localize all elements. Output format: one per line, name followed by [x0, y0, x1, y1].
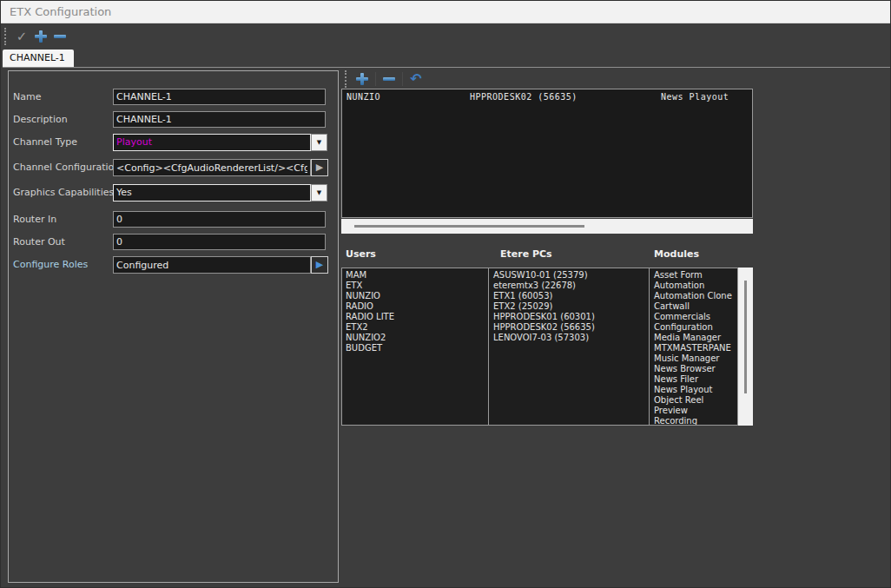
toolbar-separator — [402, 72, 403, 86]
list-item[interactable]: eteremtx3 (22678) — [490, 281, 649, 291]
list-item[interactable]: News Filer — [650, 374, 737, 385]
form-row-name: Name — [9, 89, 338, 107]
title-bar: ETX Configuration — [1, 1, 890, 23]
main-toolbar: ✓ — [1, 23, 890, 50]
vertical-scrollbar[interactable] — [738, 268, 753, 426]
list-item[interactable]: Asset Form — [650, 270, 737, 281]
description-input[interactable] — [113, 111, 326, 128]
check-icon: ✓ — [16, 29, 28, 44]
assignment-add-button[interactable] — [353, 69, 372, 89]
list-item[interactable]: HPPRODESK02 (56635) — [490, 322, 649, 333]
tab-strip: CHANNEL-1 — [1, 50, 890, 67]
tab-channel-1[interactable]: CHANNEL-1 — [3, 50, 74, 67]
add-button[interactable] — [31, 27, 50, 46]
list-item[interactable]: NUNZIO — [342, 291, 488, 301]
plus-icon — [356, 73, 368, 85]
list-item[interactable]: Object Reel — [650, 395, 737, 406]
list-item[interactable]: Automation Clone — [650, 291, 737, 301]
apply-button[interactable]: ✓ — [12, 27, 31, 46]
plus-icon — [35, 30, 47, 43]
app-window: ETX Configuration ✓ CHANNEL-1 Name Descr… — [0, 0, 891, 588]
toolbar-grip-handle[interactable] — [4, 28, 7, 45]
list-item[interactable]: BUDGET — [342, 343, 488, 353]
minus-icon — [54, 35, 66, 38]
router-out-label: Router Out — [13, 236, 65, 248]
router-in-label: Router In — [13, 214, 56, 225]
list-item[interactable]: HPPRODESK01 (60301) — [490, 312, 649, 322]
undo-icon: ↶ — [410, 73, 421, 85]
list-item[interactable]: NUNZIO2 — [342, 333, 488, 343]
channel-configuration-label: Channel Configuration — [13, 162, 120, 173]
remove-button[interactable] — [50, 27, 69, 46]
list-item[interactable]: News Browser — [650, 364, 737, 374]
assignment-module: News Playout — [661, 92, 729, 102]
assignment-user: NUNZIO — [346, 92, 380, 102]
chevron-down-icon: ▼ — [317, 189, 321, 196]
etere-pcs-header: Etere PCs — [500, 248, 552, 260]
tab-page-border — [3, 67, 890, 68]
list-item[interactable]: Automation — [650, 281, 737, 291]
assignment-remove-button[interactable] — [380, 69, 399, 89]
channel-configuration-open-button[interactable]: ▶ — [311, 159, 328, 176]
list-item[interactable]: LENOVOI7-03 (57303) — [490, 333, 649, 343]
list-item[interactable]: Cartwall — [650, 301, 737, 312]
list-item[interactable]: ETX2 — [342, 322, 488, 333]
form-row-channel-configuration: Channel Configuration ▶ — [9, 159, 338, 177]
assignment-row[interactable]: NUNZIO HPPRODESK02 (56635) News Playout — [342, 92, 752, 103]
etere-pcs-list[interactable]: ASUSW10-01 (25379)eteremtx3 (22678)ETX1 … — [490, 268, 650, 425]
horizontal-scrollbar[interactable] — [341, 219, 753, 234]
form-row-configure-roles: Configure Roles ▶ — [9, 256, 338, 274]
channel-type-select[interactable]: Playout — [113, 134, 311, 151]
list-item[interactable]: Media Manager — [650, 333, 737, 343]
router-in-input[interactable] — [113, 211, 326, 228]
arrow-right-icon: ▶ — [316, 162, 323, 173]
toolbar-grip-handle[interactable] — [345, 70, 347, 88]
toolbar-separator — [375, 72, 376, 86]
minus-icon — [383, 77, 395, 81]
list-item[interactable]: RADIO LITE — [342, 312, 488, 322]
selection-lists: MAMETXNUNZIORADIORADIO LITEETX2NUNZIO2BU… — [341, 268, 738, 426]
channel-type-dropdown-button[interactable]: ▼ — [311, 134, 327, 151]
form-row-description: Description — [9, 111, 338, 129]
list-item[interactable]: ASUSW10-01 (25379) — [490, 270, 649, 281]
list-item[interactable]: MTXMASTERPANE — [650, 343, 737, 353]
modules-list[interactable]: Asset FormAutomationAutomation CloneCart… — [650, 268, 737, 425]
list-item[interactable]: ETX — [342, 281, 488, 291]
list-item[interactable]: News Playout — [650, 385, 737, 395]
assignment-undo-button[interactable]: ↶ — [406, 69, 426, 89]
form-row-router-out: Router Out — [9, 234, 338, 252]
configure-roles-open-button[interactable]: ▶ — [311, 256, 328, 274]
list-item[interactable]: ETX2 (25029) — [490, 301, 649, 312]
list-item[interactable]: Configuration — [650, 322, 737, 333]
list-item[interactable]: MAM — [342, 270, 488, 281]
graphics-capabilities-label: Graphics Capabilities — [13, 187, 114, 198]
form-row-graphics-capabilities: Graphics Capabilities Yes ▼ — [9, 184, 338, 202]
list-item[interactable]: Preview — [650, 406, 737, 416]
assignments-list[interactable]: NUNZIO HPPRODESK02 (56635) News Playout — [341, 89, 753, 218]
list-item[interactable]: Music Manager — [650, 353, 737, 364]
graphics-capabilities-select[interactable]: Yes — [113, 184, 311, 202]
arrow-right-icon: ▶ — [316, 259, 323, 270]
column-headers: Users Etere PCs Modules — [341, 247, 753, 264]
form-row-channel-type: Channel Type Playout ▼ — [9, 134, 338, 152]
list-item[interactable]: Recording — [650, 416, 737, 425]
router-out-input[interactable] — [113, 234, 326, 250]
name-input[interactable] — [113, 89, 326, 105]
graphics-capabilities-dropdown-button[interactable]: ▼ — [311, 184, 327, 202]
users-header: Users — [346, 248, 376, 260]
vertical-scrollbar-thumb[interactable] — [744, 281, 747, 393]
assignment-pc: HPPRODESK02 (56635) — [470, 92, 578, 102]
configure-roles-field[interactable] — [113, 256, 311, 274]
description-label: Description — [13, 114, 68, 125]
assignments-toolbar: ↶ — [341, 69, 753, 89]
list-item[interactable]: Commercials — [650, 312, 737, 322]
channel-form-panel: Name Description Channel Type Playout ▼ … — [8, 70, 339, 583]
channel-type-label: Channel Type — [13, 136, 77, 148]
list-item[interactable]: ETX1 (60053) — [490, 291, 649, 301]
horizontal-scrollbar-thumb[interactable] — [354, 225, 584, 228]
name-label: Name — [13, 91, 41, 102]
users-list[interactable]: MAMETXNUNZIORADIORADIO LITEETX2NUNZIO2BU… — [342, 268, 489, 425]
modules-header: Modules — [654, 248, 699, 260]
channel-configuration-input[interactable] — [113, 159, 311, 176]
list-item[interactable]: RADIO — [342, 301, 488, 312]
